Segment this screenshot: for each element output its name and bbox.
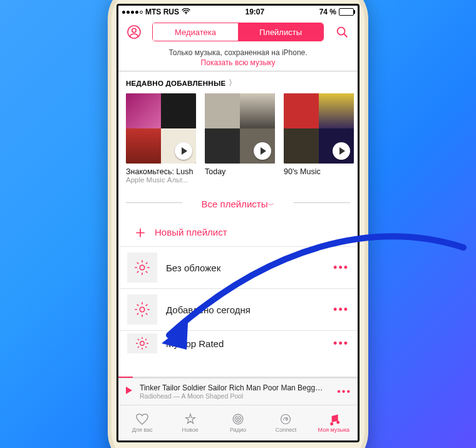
album-card[interactable]: Знакомьтесь: Lush Apple Music Альт... [126, 93, 196, 184]
album-title: Today [205, 167, 275, 176]
library-playlists-segmented: Медиатека Плейлисты [152, 23, 324, 41]
tab-radio[interactable]: Радио [214, 405, 262, 440]
album-title: Знакомьтесь: Lush [126, 167, 196, 176]
now-playing-bar[interactable]: Tinker Tailor Soldier Sailor Rich Man Po… [118, 378, 358, 405]
recently-added-label: НЕДАВНО ДОБАВЛЕННЫЕ [126, 80, 226, 87]
local-music-notice: Только музыка, сохраненная на iPhone. [118, 46, 358, 58]
play-icon[interactable] [254, 142, 271, 160]
svg-point-9 [235, 416, 241, 422]
chevron-right-icon: 〉 [229, 78, 236, 88]
playlist-list: Без обложек ••• Добавлено сегодня ••• My… [118, 246, 358, 356]
tab-label: Для вас [132, 427, 153, 433]
tab-for-you[interactable]: Для вас [118, 405, 166, 440]
svg-point-0 [185, 13, 187, 14]
segment-library[interactable]: Медиатека [153, 23, 238, 41]
album-art [205, 93, 275, 164]
album-card[interactable]: 90's Music [284, 93, 354, 184]
svg-point-3 [338, 28, 345, 35]
gear-icon [127, 333, 157, 353]
now-playing-subtitle: Radiohead — A Moon Shaped Pool [140, 392, 331, 400]
now-playing-text: Tinker Tailor Soldier Sailor Rich Man Po… [140, 383, 331, 400]
play-icon[interactable] [175, 142, 192, 160]
playlist-name: Добавлено сегодня [166, 305, 324, 315]
tab-new[interactable]: Новое [166, 405, 214, 440]
svg-point-7 [140, 341, 144, 345]
playlist-row[interactable]: Добавлено сегодня ••• [118, 288, 358, 330]
svg-point-5 [140, 265, 144, 269]
new-playlist-label: Новый плейлист [155, 227, 227, 237]
show-all-music-link[interactable]: Показать всю музыку [118, 58, 358, 67]
profile-icon[interactable] [125, 23, 143, 41]
carrier-label: MTS RUS [145, 6, 179, 18]
battery-icon [339, 8, 354, 16]
status-bar: MTS RUS 19:07 74 % [118, 6, 358, 18]
segment-playlists[interactable]: Плейлисты [238, 23, 323, 41]
plus-icon: ＋ [132, 226, 145, 237]
more-icon[interactable]: ••• [333, 303, 349, 316]
nav-bar: Медиатека Плейлисты [118, 18, 358, 46]
more-icon[interactable]: ••• [333, 337, 349, 350]
clock-label: 19:07 [190, 6, 319, 18]
battery-percent-label: 74 % [319, 6, 336, 18]
playlist-row[interactable]: My Top Rated ••• [118, 330, 358, 356]
svg-line-4 [344, 34, 347, 37]
tab-bar: Для вас Новое Радио Connect Моя музыка [118, 405, 358, 440]
album-card[interactable]: Today [205, 93, 275, 184]
playlist-name: My Top Rated [166, 338, 324, 349]
svg-point-6 [140, 307, 144, 311]
gear-icon [127, 294, 157, 325]
more-icon[interactable]: ••• [333, 261, 349, 274]
tab-my-music[interactable]: Моя музыка [310, 405, 358, 440]
now-playing-title: Tinker Tailor Soldier Sailor Rich Man Po… [140, 383, 331, 392]
playlist-filter-dropdown[interactable]: Все плейлисты﹀ [118, 187, 358, 217]
now-playing-progress[interactable] [118, 377, 358, 378]
chevron-down-icon: ﹀ [267, 201, 274, 209]
screen-bezel: MTS RUS 19:07 74 % Медиатека Плейлисты [116, 4, 360, 442]
svg-point-8 [237, 418, 239, 420]
recently-added-row: Знакомьтесь: Lush Apple Music Альт... To… [118, 93, 358, 187]
wifi-icon [182, 6, 190, 18]
tab-label: Новое [182, 427, 199, 433]
new-playlist-button[interactable]: ＋ Новый плейлист [118, 217, 358, 246]
play-icon[interactable] [125, 386, 133, 397]
recently-added-header[interactable]: НЕДАВНО ДОБАВЛЕННЫЕ 〉 [118, 71, 358, 93]
album-art [126, 93, 196, 164]
album-art [284, 93, 354, 164]
album-subtitle: Apple Music Альт... [126, 176, 196, 184]
playlist-name: Без обложек [166, 263, 324, 273]
tab-label: Моя музыка [318, 427, 350, 433]
tab-label: Радио [230, 427, 246, 433]
signal-strength-icon [122, 11, 143, 14]
playlist-row[interactable]: Без обложек ••• [118, 246, 358, 288]
gear-icon [127, 253, 157, 283]
album-title: 90's Music [284, 167, 354, 176]
tab-label: Connect [276, 427, 297, 433]
play-icon[interactable] [333, 142, 350, 160]
playlist-filter-label: Все плейлисты [202, 199, 268, 209]
tab-connect[interactable]: Connect [262, 405, 309, 440]
screen: MTS RUS 19:07 74 % Медиатека Плейлисты [118, 6, 358, 440]
svg-point-2 [132, 28, 136, 32]
more-icon[interactable]: ••• [337, 386, 351, 397]
search-icon[interactable] [333, 23, 351, 41]
